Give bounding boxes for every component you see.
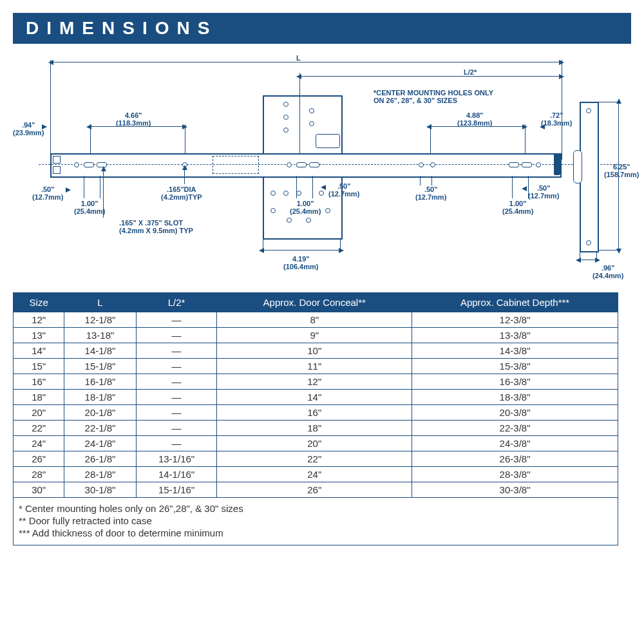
- table-header: Approx. Cabinet Depth***: [412, 293, 618, 312]
- table-cell: 18-1/8": [64, 390, 136, 405]
- dim-50c: .50" (12.7mm): [415, 185, 446, 201]
- dim-50d: .50" (12.7mm): [528, 184, 559, 200]
- table-cell: 8": [217, 312, 412, 328]
- table-cell: 24": [217, 467, 412, 482]
- dim-100c: 1.00" (25.4mm): [502, 200, 533, 215]
- table-header: L: [64, 293, 136, 312]
- table-cell: 16": [14, 374, 64, 390]
- table-row: 22"22-1/8"—18"22-3/8": [14, 421, 618, 436]
- table-cell: 13": [14, 328, 64, 343]
- table-cell: —: [136, 436, 217, 451]
- table-cell: 28": [14, 467, 64, 482]
- table-cell: 26-3/8": [412, 451, 618, 467]
- table-cell: 20": [217, 436, 412, 451]
- table-cell: 24": [14, 436, 64, 451]
- table-cell: 20-1/8": [64, 405, 136, 421]
- table-row: 14"14-1/8"—10"14-3/8": [14, 343, 618, 359]
- table-cell: 12": [14, 312, 64, 328]
- dimension-diagram: L L/2* *CENTER MOUNTING HOLES ONLY ON 26…: [13, 50, 631, 289]
- table-cell: 30-1/8": [64, 482, 136, 498]
- table-cell: 26-1/8": [64, 451, 136, 467]
- table-cell: 16": [217, 405, 412, 421]
- table-row: 18"18-1/8"—14"18-3/8": [14, 390, 618, 405]
- table-cell: 30-3/8": [412, 482, 618, 498]
- table-cell: 28-1/8": [64, 467, 136, 482]
- table-row: 12"12-1/8"—8"12-3/8": [14, 312, 618, 328]
- dim-100b: 1.00" (25.4mm): [290, 200, 321, 215]
- dim-94: .94" (23.9mm): [13, 121, 44, 137]
- table-cell: 15": [14, 359, 64, 374]
- table-cell: 26": [217, 482, 412, 498]
- table-header: L/2*: [136, 293, 217, 312]
- table-cell: 28-3/8": [412, 467, 618, 482]
- footnote-1: * Center mounting holes only on 26",28",…: [19, 503, 612, 514]
- table-row: 15"15-1/8"—11"15-3/8": [14, 359, 618, 374]
- table-cell: —: [136, 390, 217, 405]
- table-cell: 15-1/8": [64, 359, 136, 374]
- section-title: DIMENSIONS: [13, 13, 631, 44]
- dim-165dia: .165"DIA (4.2mm)TYP: [161, 185, 202, 201]
- table-cell: 14": [217, 390, 412, 405]
- table-cell: 22": [14, 421, 64, 436]
- table-cell: —: [136, 421, 217, 436]
- table-cell: 12": [217, 374, 412, 390]
- table-cell: —: [136, 374, 217, 390]
- table-row: 28"28-1/8"14-1/16"24"28-3/8": [14, 467, 618, 482]
- table-cell: 11": [217, 359, 412, 374]
- dim-625: 6.25" (158.7mm): [604, 163, 639, 178]
- table-footnotes: * Center mounting holes only on 26",28",…: [13, 498, 618, 545]
- table-cell: 18": [14, 390, 64, 405]
- table-cell: 15-1/16": [136, 482, 217, 498]
- table-cell: 14-3/8": [412, 343, 618, 359]
- table-cell: 24-3/8": [412, 436, 618, 451]
- dim-488: 4.88" (123.8mm): [457, 111, 492, 127]
- table-row: 24"24-1/8"—20"24-3/8": [14, 436, 618, 451]
- table-cell: 20-3/8": [412, 405, 618, 421]
- table-cell: —: [136, 359, 217, 374]
- dim-Lhalf: L/2*: [464, 68, 477, 76]
- dimensions-table: SizeLL/2*Approx. Door Conceal**Approx. C…: [13, 292, 618, 498]
- table-cell: 22-1/8": [64, 421, 136, 436]
- table-cell: 26": [14, 451, 64, 467]
- table-row: 30"30-1/8"15-1/16"26"30-3/8": [14, 482, 618, 498]
- table-cell: —: [136, 312, 217, 328]
- note-center-mounting: *CENTER MOUNTING HOLES ONLY ON 26", 28",…: [374, 89, 493, 104]
- table-cell: 13-1/16": [136, 451, 217, 467]
- table-cell: 30": [14, 482, 64, 498]
- table-cell: 14": [14, 343, 64, 359]
- table-cell: 15-3/8": [412, 359, 618, 374]
- table-cell: 24-1/8": [64, 436, 136, 451]
- table-row: 13"13-18"—9"13-3/8": [14, 328, 618, 343]
- table-cell: 14-1/16": [136, 467, 217, 482]
- dim-72: .72" (18.3mm): [541, 111, 572, 127]
- table-row: 16"16-1/8"—12"16-3/8": [14, 374, 618, 390]
- table-cell: 20": [14, 405, 64, 421]
- table-cell: 16-3/8": [412, 374, 618, 390]
- table-row: 26"26-1/8"13-1/16"22"26-3/8": [14, 451, 618, 467]
- dim-419: 4.19" (106.4mm): [283, 255, 318, 270]
- dim-50b: .50" (12.7mm): [328, 182, 359, 198]
- dim-96: .96" (24.4mm): [592, 264, 623, 279]
- footnote-2: ** Door fully retracted into case: [19, 515, 612, 526]
- table-header: Approx. Door Conceal**: [217, 293, 412, 312]
- table-cell: 14-1/8": [64, 343, 136, 359]
- dim-50a: .50" (12.7mm): [32, 185, 63, 201]
- table-cell: 22": [217, 451, 412, 467]
- dim-L: L: [296, 54, 301, 62]
- table-cell: 18-3/8": [412, 390, 618, 405]
- dim-466: 4.66" (118.3mm): [116, 111, 151, 127]
- table-cell: —: [136, 343, 217, 359]
- table-cell: 18": [217, 421, 412, 436]
- table-cell: —: [136, 328, 217, 343]
- table-cell: 16-1/8": [64, 374, 136, 390]
- table-cell: —: [136, 405, 217, 421]
- table-cell: 9": [217, 328, 412, 343]
- table-row: 20"20-1/8"—16"20-3/8": [14, 405, 618, 421]
- table-cell: 12-1/8": [64, 312, 136, 328]
- table-cell: 13-18": [64, 328, 136, 343]
- table-cell: 22-3/8": [412, 421, 618, 436]
- dim-100a: 1.00" (25.4mm): [74, 200, 105, 215]
- table-cell: 12-3/8": [412, 312, 618, 328]
- table-cell: 13-3/8": [412, 328, 618, 343]
- footnote-3: *** Add thickness of door to determine m…: [19, 527, 612, 538]
